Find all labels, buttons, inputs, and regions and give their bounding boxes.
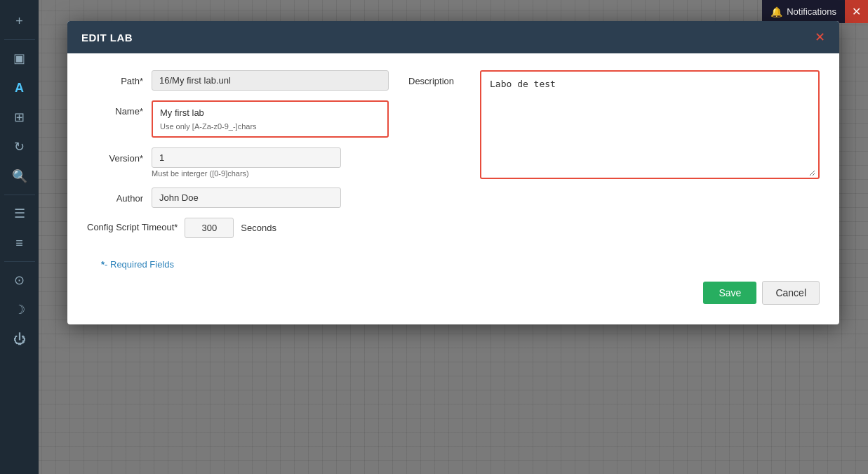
author-label: Author — [87, 187, 143, 204]
modal-close-button[interactable]: ✕ — [815, 31, 825, 44]
description-label: Description — [408, 70, 472, 86]
sidebar-item-dashboard[interactable]: ▣ — [0, 44, 39, 72]
add-icon: + — [15, 14, 23, 29]
path-row: Path* — [87, 70, 389, 91]
sidebar-item-list[interactable]: ☰ — [0, 199, 39, 228]
sidebar: + ▣ A ⊞ ↻ 🔍 ☰ ≡ ⊙ ☽ ⏻ — [0, 0, 39, 474]
sidebar-item-text[interactable]: A — [0, 74, 39, 102]
modal-close-icon: ✕ — [815, 30, 825, 44]
cancel-button[interactable]: Cancel — [762, 281, 820, 305]
author-input[interactable] — [152, 187, 341, 208]
version-input[interactable] — [152, 147, 341, 168]
name-field-wrapper: Use only [A-Za-z0-9_-]chars — [152, 100, 389, 138]
dashboard-icon: ▣ — [13, 51, 25, 66]
sidebar-item-add[interactable]: + — [0, 7, 39, 35]
refresh-icon: ↻ — [14, 139, 25, 154]
timeout-row: Config Script Timeout* Seconds — [87, 218, 389, 238]
sidebar-item-grid[interactable]: ⊞ — [0, 103, 39, 131]
seconds-label: Seconds — [241, 223, 276, 233]
sidebar-item-moon[interactable]: ☽ — [0, 296, 39, 324]
form-layout: Path* Name* Use only [A-Za-z0-9_-]chars — [87, 70, 820, 270]
name-row: Name* Use only [A-Za-z0-9_-]chars — [87, 100, 389, 138]
version-hint: Must be interger ([0-9]chars) — [87, 169, 389, 178]
required-fields-row: *- Required Fields — [87, 259, 389, 270]
text-icon: A — [15, 81, 24, 96]
power-icon: ⏻ — [13, 332, 26, 347]
version-row: Version* — [87, 147, 389, 168]
path-label: Path* — [87, 70, 143, 86]
config-timeout-label-text: Config Script Timeout* — [87, 222, 178, 232]
name-input[interactable] — [156, 105, 385, 121]
buttons-area: Save Cancel — [87, 281, 820, 305]
target-icon: ⊙ — [14, 272, 25, 288]
sidebar-divider-3 — [4, 261, 35, 262]
author-row: Author — [87, 187, 389, 208]
save-button[interactable]: Save — [703, 282, 756, 304]
description-textarea[interactable] — [484, 74, 815, 176]
edit-lab-modal: EDIT LAB ✕ Path* Name* — [67, 21, 839, 324]
description-row: Description — [408, 70, 820, 179]
list-icon: ☰ — [14, 206, 25, 221]
sidebar-item-menu[interactable]: ≡ — [0, 229, 39, 257]
timeout-input[interactable] — [185, 218, 234, 238]
sidebar-item-target[interactable]: ⊙ — [0, 266, 39, 294]
name-label: Name* — [87, 100, 143, 117]
modal-body: Path* Name* Use only [A-Za-z0-9_-]chars — [67, 53, 839, 324]
sidebar-divider-1 — [4, 39, 35, 40]
moon-icon: ☽ — [14, 302, 25, 317]
search-icon: 🔍 — [12, 169, 27, 184]
modal-overlay: EDIT LAB ✕ Path* Name* — [39, 0, 868, 474]
menu-icon: ≡ — [15, 236, 23, 251]
form-left: Path* Name* Use only [A-Za-z0-9_-]chars — [87, 70, 389, 270]
sidebar-item-power[interactable]: ⏻ — [0, 325, 39, 353]
sidebar-divider-2 — [4, 195, 35, 195]
version-section: Version* Must be interger ([0-9]chars) — [87, 147, 389, 178]
modal-header: EDIT LAB ✕ — [67, 21, 839, 53]
version-label: Version* — [87, 147, 143, 164]
required-fields-label: - Required Fields — [105, 259, 174, 270]
modal-title: EDIT LAB — [81, 32, 133, 44]
sidebar-item-search[interactable]: 🔍 — [0, 162, 39, 190]
name-hint: Use only [A-Za-z0-9_-]chars — [156, 121, 385, 133]
form-right: Description — [408, 70, 820, 270]
description-wrapper — [480, 70, 820, 179]
grid-icon: ⊞ — [14, 110, 25, 125]
config-timeout-label: Config Script Timeout* — [87, 222, 178, 234]
path-input[interactable] — [152, 70, 389, 91]
sidebar-item-refresh[interactable]: ↻ — [0, 133, 39, 161]
